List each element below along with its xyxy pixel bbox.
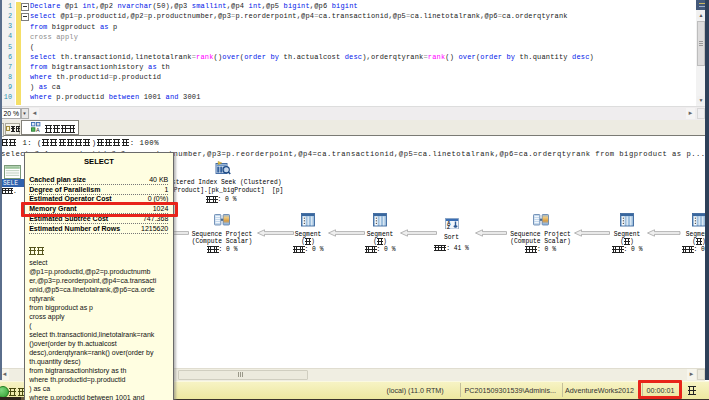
svg-text:A: A: [36, 127, 40, 132]
svg-text:Z: Z: [447, 224, 450, 230]
